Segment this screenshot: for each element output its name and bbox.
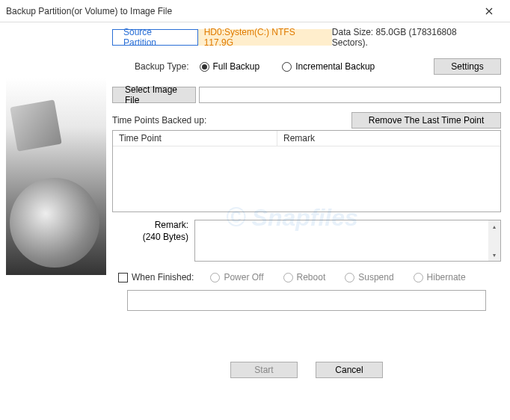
radio-dot-icon: [210, 273, 220, 282]
table-header-timepoint[interactable]: Time Point: [113, 131, 277, 146]
data-size-label: Data Size: 85.0GB (178316808 Sectors).: [332, 27, 501, 48]
main-panel: Source Partition HD0:System(C:) NTFS 117…: [106, 22, 510, 419]
scroll-down-icon[interactable]: ▾: [488, 249, 500, 261]
cancel-button[interactable]: Cancel: [316, 362, 383, 378]
table-header-remark[interactable]: Remark: [277, 131, 500, 146]
when-finished-row: When Finished: Power Off Reboot Suspend …: [112, 272, 501, 282]
remove-last-timepoint-button[interactable]: Remove The Last Time Point: [351, 112, 501, 129]
when-finished-checkbox[interactable]: [118, 273, 128, 282]
remark-textarea[interactable]: ▴ ▾: [194, 220, 501, 262]
radio-dot-icon: [414, 273, 423, 282]
remark-label: Remark: (240 Bytes): [112, 220, 194, 262]
settings-button[interactable]: Settings: [434, 58, 501, 75]
radio-full-backup[interactable]: Full Backup: [200, 61, 260, 72]
radio-dot-icon: [345, 273, 354, 282]
backup-type-row: Backup Type: Full Backup Incremental Bac…: [112, 58, 501, 75]
remark-area: Remark: (240 Bytes) ▴ ▾: [112, 220, 501, 262]
close-button[interactable]: [474, 1, 504, 22]
backup-type-label: Backup Type:: [135, 61, 189, 72]
sidebar-disk-image: [6, 28, 106, 275]
tab-source-partition[interactable]: Source Partition: [112, 29, 198, 46]
radio-incremental-backup[interactable]: Incremental Backup: [282, 61, 375, 72]
radio-dot-icon: [200, 62, 209, 72]
scroll-up-icon[interactable]: ▴: [488, 220, 500, 232]
timepoints-label: Time Points Backed up:: [112, 115, 206, 126]
radio-dot-icon: [282, 62, 292, 72]
content-area: Source Partition HD0:System(C:) NTFS 117…: [0, 22, 510, 419]
image-path-input[interactable]: [199, 87, 501, 103]
finish-options: Power Off Reboot Suspend Hibernate: [210, 272, 465, 282]
select-image-file-button[interactable]: Select Image File: [112, 87, 196, 103]
partition-info-label: HD0:System(C:) NTFS 117.9G: [198, 29, 332, 46]
radio-suspend: Suspend: [345, 272, 393, 282]
select-image-row: Select Image File: [112, 87, 501, 103]
titlebar: Backup Partition(or Volume) to Image Fil…: [0, 0, 510, 22]
footer-buttons: Start Cancel: [112, 362, 501, 378]
start-button[interactable]: Start: [230, 362, 298, 378]
radio-reboot: Reboot: [283, 272, 326, 282]
timepoints-table[interactable]: Time Point Remark: [112, 130, 501, 212]
radio-dot-icon: [283, 273, 293, 282]
timepoints-header-row: Time Points Backed up: Remove The Last T…: [112, 112, 501, 129]
window-title: Backup Partition(or Volume) to Image Fil…: [6, 6, 172, 16]
progress-field: [127, 290, 486, 311]
scrollbar[interactable]: ▴ ▾: [488, 220, 500, 261]
radio-hibernate: Hibernate: [414, 272, 466, 282]
tab-row: Source Partition HD0:System(C:) NTFS 117…: [112, 28, 501, 46]
when-finished-label: When Finished:: [132, 272, 194, 282]
radio-poweroff: Power Off: [210, 272, 263, 282]
